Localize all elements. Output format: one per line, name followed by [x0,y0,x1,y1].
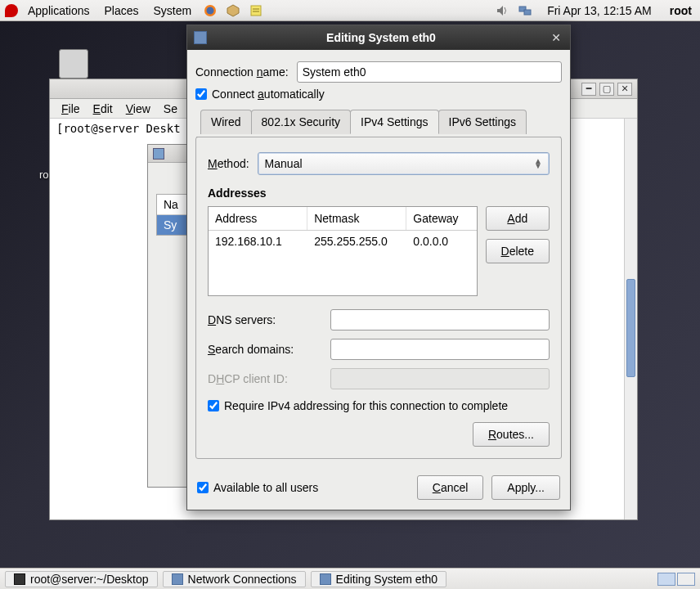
table-row[interactable]: 192.168.10.1 255.255.255.0 0.0.0.0 [209,231,477,252]
task-label: Editing System eth0 [336,573,438,586]
tab-wired[interactable]: Wired [200,110,252,134]
firefox-icon[interactable] [203,3,218,18]
svg-marker-6 [497,6,503,16]
require-ipv4-input[interactable] [208,400,219,411]
clock[interactable]: Fri Apr 13, 12:15 AM [547,4,652,17]
menu-system[interactable]: System [149,2,197,19]
tab-ipv4[interactable]: IPv4 Settings [350,110,439,134]
menu-edit[interactable]: Edit [88,102,118,115]
dialog-titlebar[interactable]: Editing System eth0 ✕ [187,25,570,50]
search-domains-label: Search domains: [208,343,322,356]
svg-rect-3 [251,6,261,16]
workspace-2[interactable] [677,573,695,586]
dhcp-client-id-label: DHCP client ID: [208,372,322,385]
col-header-address[interactable]: Address [209,207,307,230]
editing-connection-dialog: Editing System eth0 ✕ Connection name: C… [186,25,571,510]
method-label: Method: [208,157,249,170]
network-tray-icon[interactable] [518,3,532,18]
distro-logo-icon [5,4,18,17]
workspace-switcher[interactable] [657,573,695,586]
dhcp-client-id-input [330,368,550,389]
cell-gateway[interactable]: 0.0.0.0 [406,231,476,252]
search-domains-input[interactable] [330,339,550,360]
svg-point-1 [207,7,214,14]
user-menu[interactable]: root [670,4,692,17]
desktop-launcher-icon[interactable] [59,49,88,79]
addresses-table[interactable]: Address Netmask Gateway 192.168.10.1 255… [208,206,478,296]
dns-label: DNS servers: [208,313,322,326]
taskbar-item-terminal[interactable]: root@server:~/Desktop [5,571,158,587]
minimize-button[interactable]: ━ [581,83,596,96]
require-ipv4-label: Require IPv4 addressing for this connect… [224,399,508,412]
menu-file[interactable]: File [56,102,85,115]
method-value: Manual [265,157,303,170]
method-combo[interactable]: Manual ▲▼ [258,152,550,175]
apply-button[interactable]: Apply... [491,475,560,500]
menu-search-truncated[interactable]: Se [159,102,182,115]
cell-netmask[interactable]: 255.255.255.0 [307,231,406,252]
connection-name-label: Connection name: [195,65,289,79]
close-button[interactable]: ✕ [617,83,632,96]
notebook: Method: Manual ▲▼ Addresses Address Netm… [195,137,562,459]
network-icon [172,573,183,585]
addresses-heading: Addresses [208,187,550,200]
menu-places[interactable]: Places [100,2,144,19]
tab-ipv6[interactable]: IPv6 Settings [438,110,527,134]
menu-applications[interactable]: Applications [23,2,95,19]
bottom-panel: root@server:~/Desktop Network Connection… [0,568,700,589]
task-label: Network Connections [188,573,297,586]
maximize-button[interactable]: ▢ [599,83,614,96]
task-label: root@server:~/Desktop [30,573,149,586]
taskbar-item-editdialog[interactable]: Editing System eth0 [311,571,447,587]
menu-view[interactable]: View [121,102,155,115]
dialog-body: Connection name: Connect automatically W… [187,50,570,467]
routes-button[interactable]: Routes... [473,422,550,447]
available-all-users-checkbox[interactable]: Available to all users [197,481,318,494]
workspace-1[interactable] [657,573,675,586]
dns-input[interactable] [330,309,550,330]
svg-rect-8 [524,10,531,15]
combo-arrow-icon: ▲▼ [534,159,542,169]
taskbar-item-netconn[interactable]: Network Connections [163,571,306,587]
tab-8021x[interactable]: 802.1x Security [251,110,352,134]
network-icon [153,148,164,160]
terminal-scrollbar[interactable] [624,119,637,519]
available-all-users-input[interactable] [197,482,209,493]
dialog-footer: Available to all users Cancel Apply... [187,467,570,510]
col-header-gateway[interactable]: Gateway [406,207,476,230]
dialog-title: Editing System eth0 [213,31,549,44]
cancel-button[interactable]: Cancel [417,475,484,500]
package-icon[interactable] [226,3,240,18]
connection-name-input[interactable] [297,61,562,83]
delete-button[interactable]: Delete [486,239,550,263]
available-all-users-label: Available to all users [213,481,318,494]
top-panel: Applications Places System Fri Apr 13, 1… [0,0,700,21]
desktop: roo ━ ▢ ✕ File Edit View Se [root@server… [0,21,700,568]
terminal-icon [14,573,25,585]
notes-icon[interactable] [249,3,263,18]
network-icon [320,573,331,585]
ipv4-page: Method: Manual ▲▼ Addresses Address Netm… [196,137,561,458]
dialog-close-button[interactable]: ✕ [549,30,563,45]
svg-marker-2 [227,5,239,16]
scrollbar-thumb[interactable] [626,279,635,377]
volume-icon[interactable] [495,3,509,18]
connect-automatically-checkbox[interactable]: Connect automatically [195,88,562,101]
dialog-title-icon [194,31,207,44]
cell-address[interactable]: 192.168.10.1 [209,231,307,252]
terminal-prompt: [root@server Deskt [56,122,181,135]
connect-auto-input[interactable] [195,88,207,100]
add-button[interactable]: Add [486,206,550,231]
require-ipv4-checkbox[interactable]: Require IPv4 addressing for this connect… [208,399,550,412]
col-header-netmask[interactable]: Netmask [307,207,406,230]
